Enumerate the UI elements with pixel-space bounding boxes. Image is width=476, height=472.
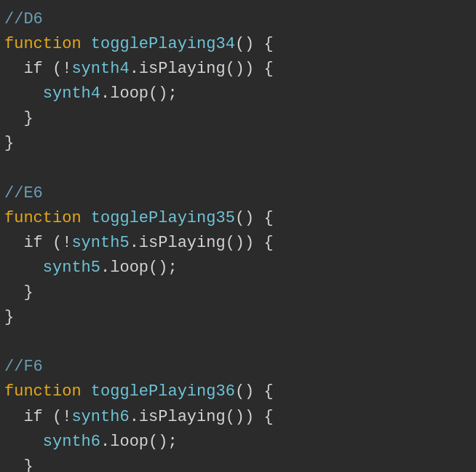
body-f6: synth6.loop(); [4,430,476,455]
comment-f6: //F6 [4,355,476,379]
if-f6: if (!synth6.isPlaying()) { [4,405,476,430]
comment-e6: //E6 [4,181,476,206]
comment-d6: //D6 [4,7,476,32]
if-d6: if (!synth4.isPlaying()) { [4,57,476,82]
close-fn-d6: } [4,131,476,156]
function-e6: function togglePlaying35() { [4,206,476,231]
body-d6: synth4.loop(); [4,82,476,106]
if-e6: if (!synth5.isPlaying()) { [4,231,476,256]
function-d6: function togglePlaying34() { [4,32,476,57]
code-editor: //D6 function togglePlaying34() { if (!s… [0,0,476,472]
close-if-f6: } [4,455,476,472]
close-fn-e6: } [4,305,476,330]
function-f6: function togglePlaying36() { [4,379,476,404]
body-e6: synth5.loop(); [4,256,476,280]
close-if-d6: } [4,106,476,131]
close-if-e6: } [4,280,476,305]
